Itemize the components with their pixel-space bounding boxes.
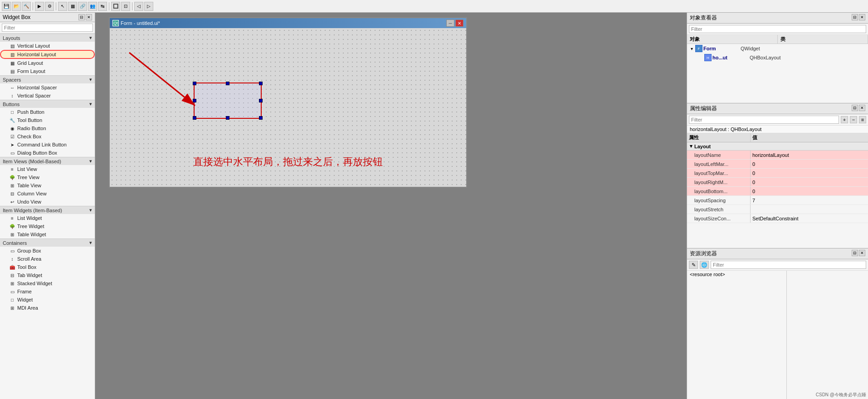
form-close-btn[interactable]: ✕	[455, 19, 463, 27]
tree-item-hboxlayout[interactable]: H ho...ut QHBoxLayout	[687, 53, 868, 62]
inspector-float-btn[interactable]: ⊟	[852, 14, 858, 20]
handle-bl[interactable]	[193, 116, 196, 120]
resource-close-btn[interactable]: ✕	[859, 250, 865, 256]
widget-item-mdi-area[interactable]: ⊞ MDI Area	[0, 304, 95, 312]
section-layouts[interactable]: Layouts ▾	[0, 34, 95, 42]
prop-row-bottom-mar[interactable]: layoutBottom... 0	[687, 187, 868, 196]
widget-item-list-widget[interactable]: ≡ List Widget	[0, 214, 95, 222]
toolbar-icon-layout[interactable]: ▦	[68, 2, 77, 11]
resource-float-btn[interactable]: ⊟	[852, 250, 858, 256]
prop-filter-extra-btn[interactable]: ≡	[859, 116, 866, 123]
tree-item-form[interactable]: ▾ F Form QWidget	[687, 44, 868, 53]
toolbar-icon-extra2[interactable]: ▷	[144, 2, 153, 11]
form-titlebar: Qt Form - untitled.ui* ─ ✕	[110, 18, 466, 28]
widget-item-horizontal-layout[interactable]: ▥ Horizontal Layout	[0, 50, 95, 59]
widget-item-stacked-widget[interactable]: ⊞ Stacked Widget	[0, 279, 95, 287]
widget-item-tab-widget[interactable]: ⊟ Tab Widget	[0, 271, 95, 279]
section-spacers[interactable]: Spacers ▾	[0, 75, 95, 83]
canvas-area[interactable]: Qt Form - untitled.ui* ─ ✕	[95, 13, 687, 399]
resource-web-btn[interactable]: 🌐	[700, 261, 709, 269]
section-containers[interactable]: Containers ▾	[0, 238, 95, 247]
prop-filter-add-btn[interactable]: +	[841, 116, 848, 123]
inspector-close-btn[interactable]: ✕	[859, 14, 865, 20]
widget-item-scroll-area[interactable]: ↕ Scroll Area	[0, 255, 95, 263]
prop-row-spacing[interactable]: layoutSpacing 7	[687, 196, 868, 205]
toolbar-icon-open[interactable]: 📂	[12, 2, 21, 11]
tree-expand-form[interactable]: ▾	[689, 46, 694, 51]
list-view-icon: ≡	[9, 166, 15, 172]
widget-item-vertical-layout[interactable]: ▤ Vertical Layout	[0, 42, 95, 50]
widget-item-form-layout[interactable]: ▤ Form Layout	[0, 67, 95, 75]
widget-item-push-button[interactable]: □ Push Button	[0, 108, 95, 116]
handle-br[interactable]	[259, 116, 263, 120]
hbox-obj-name: ho...ut	[712, 55, 749, 60]
widget-item-tree-view[interactable]: 🌳 Tree View	[0, 173, 95, 181]
toolbar-icon-break-layout[interactable]: 🔲	[111, 2, 120, 11]
prop-section-layout-collapse[interactable]: ▾	[690, 143, 692, 149]
widget-item-check-box[interactable]: ☑ Check Box	[0, 132, 95, 141]
form-body[interactable]: 直接选中水平布局，拖过来之后，再放按钮	[110, 28, 466, 187]
hbox-obj-class: QHBoxLayout	[750, 55, 780, 60]
widget-item-widget[interactable]: □ Widget	[0, 296, 95, 304]
widget-item-column-view[interactable]: ⊟ Column View	[0, 190, 95, 198]
resource-left-panel: <resource root>	[687, 271, 787, 399]
widget-item-v-spacer[interactable]: ↕ Vertical Spacer	[0, 92, 95, 100]
prop-row-left-mar[interactable]: layoutLeftMar... 0	[687, 160, 868, 169]
widget-item-group-box[interactable]: ▭ Group Box	[0, 247, 95, 255]
toolbar-icon-save[interactable]: 💾	[2, 2, 11, 11]
handle-ml[interactable]	[193, 99, 196, 102]
widget-item-table-widget[interactable]: ⊞ Table Widget	[0, 230, 95, 238]
widget-box-close-btn[interactable]: ✕	[86, 14, 92, 20]
widget-box-float-btn[interactable]: ⊟	[78, 14, 85, 20]
handle-tl[interactable]	[193, 82, 196, 85]
resource-edit-btn[interactable]: ✎	[689, 261, 698, 269]
layout-rectangle[interactable]	[194, 83, 262, 119]
toolbar-icon-build[interactable]: 🔨	[22, 2, 31, 11]
widget-item-tool-button[interactable]: 🔧 Tool Button	[0, 116, 95, 124]
resource-filter-input[interactable]	[711, 261, 866, 269]
widget-item-command-link[interactable]: ➤ Command Link Button	[0, 141, 95, 149]
section-item-views[interactable]: Item Views (Model-Based) ▾	[0, 157, 95, 165]
prop-float-btn[interactable]: ⊟	[852, 105, 858, 111]
toolbar-icon-settings[interactable]: ⚙	[45, 2, 54, 11]
section-buttons[interactable]: Buttons ▾	[0, 100, 95, 108]
handle-tc[interactable]	[226, 82, 229, 85]
form-window: Qt Form - untitled.ui* ─ ✕	[109, 17, 467, 188]
handle-mr[interactable]	[259, 99, 263, 102]
section-item-widgets[interactable]: Item Widgets (Item-Based) ▾	[0, 206, 95, 214]
handle-tr[interactable]	[259, 82, 263, 85]
toolbar-icon-run[interactable]: ▶	[35, 2, 44, 11]
handle-bc[interactable]	[226, 116, 229, 120]
widget-item-table-view[interactable]: ⊞ Table View	[0, 181, 95, 190]
toolbar-icon-extra1[interactable]: ◁	[134, 2, 143, 11]
widget-item-h-spacer[interactable]: ↔ Horizontal Spacer	[0, 83, 95, 92]
prop-col-value: 值	[751, 133, 868, 142]
toolbar-icon-buddy[interactable]: 👥	[88, 2, 97, 11]
widget-item-radio-button[interactable]: ◉ Radio Button	[0, 124, 95, 132]
widget-item-frame[interactable]: ▭ Frame	[0, 287, 95, 296]
toolbar-icon-signal[interactable]: 🔗	[78, 2, 87, 11]
widget-item-grid-layout[interactable]: ▦ Grid Layout	[0, 59, 95, 67]
prop-filter-remove-btn[interactable]: −	[850, 116, 857, 123]
property-editor-title: 属性编辑器	[690, 105, 717, 112]
toolbar-icon-tab[interactable]: ↹	[98, 2, 107, 11]
resource-root-item[interactable]: <resource root>	[687, 271, 786, 278]
prop-row-top-mar[interactable]: layoutTopMar... 0	[687, 169, 868, 178]
scroll-area-icon: ↕	[9, 256, 15, 262]
widget-item-undo-view[interactable]: ↩ Undo View	[0, 198, 95, 206]
widget-item-tree-widget[interactable]: 🌳 Tree Widget	[0, 222, 95, 230]
inspector-filter-input[interactable]	[689, 25, 866, 33]
prop-row-layout-name[interactable]: layoutName horizontalLayout	[687, 151, 868, 160]
prop-filter-input[interactable]	[689, 116, 839, 124]
prop-row-stretch[interactable]: layoutStretch	[687, 205, 868, 214]
widget-item-tool-box[interactable]: 🧰 Tool Box	[0, 263, 95, 271]
widget-item-list-view[interactable]: ≡ List View	[0, 165, 95, 173]
prop-row-size-con[interactable]: layoutSizeCon... SetDefaultConstraint	[687, 214, 868, 223]
prop-row-right-mar[interactable]: layoutRightM... 0	[687, 178, 868, 187]
form-minimize-btn[interactable]: ─	[446, 19, 454, 27]
prop-close-btn[interactable]: ✕	[859, 105, 865, 111]
widget-filter-input[interactable]	[2, 24, 93, 32]
toolbar-icon-pointer[interactable]: ↖	[58, 2, 67, 11]
widget-item-dialog-button[interactable]: ▭ Dialog Button Box	[0, 149, 95, 157]
toolbar-icon-adjust[interactable]: ⊡	[121, 2, 130, 11]
